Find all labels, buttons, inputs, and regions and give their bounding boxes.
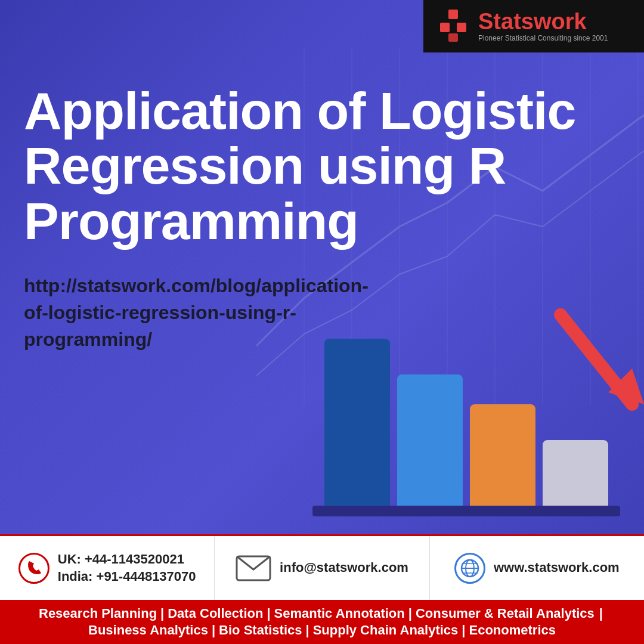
tag-research-planning: Research Planning [39,606,157,621]
chart-base [312,506,620,516]
tag-semantic-annotation: Semantic Annotation [274,606,405,621]
phone-india: India: +91-4448137070 [58,568,196,586]
sep-5: | [305,623,309,638]
email-icon [236,555,271,581]
email-address: info@statswork.com [280,559,408,577]
phone-text: UK: +44-1143520021 India: +91-4448137070 [58,551,196,585]
chart-bar-3 [470,404,535,506]
website-text: www.statswork.com [494,559,620,577]
logo-area: Statswork Pioneer Statistical Consulting… [423,0,644,52]
app: Statswork Pioneer Statistical Consulting… [0,0,644,644]
logo-icon [435,8,471,44]
tag-data-collection: Data Collection [168,606,263,621]
sep-2: | [267,606,270,621]
sep-row2-start: | [599,606,603,621]
svg-rect-11 [448,33,458,42]
down-arrow [549,303,644,425]
website-url: www.statswork.com [494,559,620,577]
logo-brand: Statswork [478,10,608,33]
sep-1: | [160,606,164,621]
svg-rect-9 [440,23,450,32]
logo-suffix: work [534,9,587,34]
logo-tagline: Pioneer Statistical Consulting since 200… [478,34,608,42]
url-text: http://statswork.com/blog/application-of… [24,273,370,352]
main-title: Application of Logistic Regression using… [24,83,608,249]
sep-4: | [212,623,215,638]
logo-prefix: Stats [478,9,534,34]
sep-6: | [462,623,465,638]
chart-bar-2 [397,374,463,506]
tag-consumer-retail: Consumer & Retail Analytics [416,606,595,621]
chart-bar-4 [543,440,608,506]
contact-bar: UK: +44-1143520021 India: +91-4448137070… [0,534,644,600]
phone-section: UK: +44-1143520021 India: +91-4448137070 [0,536,215,600]
footer-tags: Research Planning | Data Collection | Se… [0,600,644,644]
website-section: www.statswork.com [430,536,644,600]
logo-text-block: Statswork Pioneer Statistical Consulting… [478,10,608,42]
globe-icon [454,553,485,584]
svg-rect-8 [448,10,458,19]
sep-3: | [408,606,412,621]
phone-icon [18,553,49,584]
phone-uk: UK: +44-1143520021 [58,551,196,568]
chart-wrapper [324,339,608,516]
tag-bio-statistics: Bio Statistics [219,623,302,638]
svg-rect-10 [457,23,466,32]
tag-econometrics: Econometrics [469,623,556,638]
bar-chart-graphic [324,339,608,516]
tag-supply-chain: Supply Chain Analytics [313,623,459,638]
main-content: Statswork Pioneer Statistical Consulting… [0,0,644,534]
email-section: info@statswork.com [215,536,429,600]
chart-bar-1 [324,339,390,506]
email-text: info@statswork.com [280,559,408,577]
tag-business-analytics: Business Analytics [88,623,208,638]
